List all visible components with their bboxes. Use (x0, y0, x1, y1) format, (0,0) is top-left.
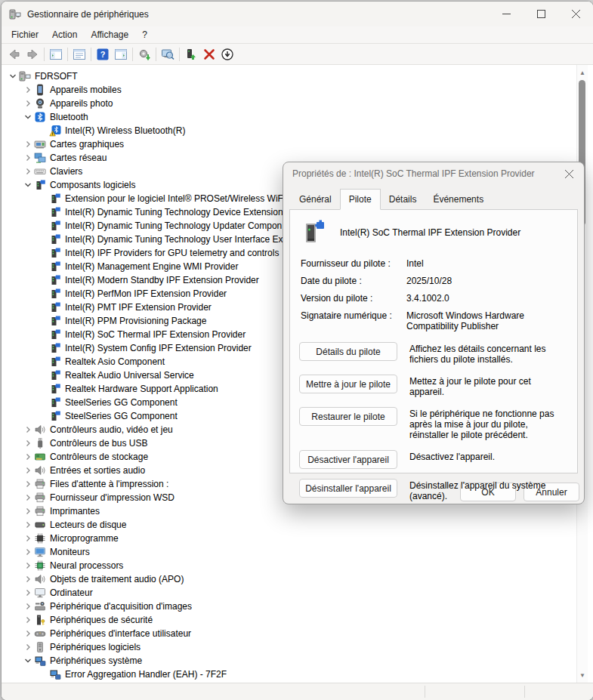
help-icon[interactable]: ? (94, 46, 112, 63)
forward-icon[interactable] (23, 46, 42, 63)
close-button[interactable] (558, 2, 593, 26)
component-icon (49, 383, 61, 395)
tree-row[interactable]: Moniteurs (2, 545, 593, 559)
tree-item-label: Périphériques de sécurité (50, 615, 153, 625)
chevron-right-icon[interactable] (22, 152, 34, 164)
bluetooth-warning-icon (49, 125, 61, 137)
désactiver-l-appareil-button[interactable]: Désactiver l'appareil (299, 450, 397, 469)
tree-row[interactable]: Objets de traitement audio (APO) (2, 572, 593, 586)
chevron-right-icon[interactable] (22, 84, 34, 96)
update-driver-icon[interactable] (135, 46, 153, 63)
chevron-right-icon[interactable] (22, 628, 34, 640)
scroll-up-icon[interactable]: ▲ (577, 66, 588, 79)
tree-row[interactable]: Périphériques de sécurité (2, 613, 593, 627)
tab-pilote[interactable]: Pilote (340, 189, 381, 210)
chevron-right-icon[interactable] (22, 532, 34, 544)
tree-item-label: Files d'attente à l'impression : (50, 479, 168, 489)
tree-row[interactable]: Périphérique d'acquisition d'images (2, 600, 593, 613)
menu-fichier[interactable]: Fichier (5, 27, 45, 42)
enable-device-icon[interactable] (182, 46, 200, 63)
tab-général[interactable]: Général (291, 190, 340, 209)
chevron-right-icon[interactable] (22, 600, 34, 612)
tree-row[interactable]: Error Aggregation Handler (EAH) - 7F2F (2, 668, 593, 681)
tab-détails[interactable]: Détails (381, 190, 425, 209)
chevron-right-icon[interactable] (22, 641, 34, 653)
minimize-button[interactable] (489, 2, 524, 26)
menu-action[interactable]: Action (45, 27, 84, 42)
component-icon (49, 342, 61, 354)
tree-row[interactable]: Intel(R) Wireless Bluetooth(R) (2, 124, 593, 137)
chevron-right-icon[interactable] (22, 464, 34, 476)
chevron-spacer (37, 193, 49, 205)
tab-événements[interactable]: Événements (425, 190, 492, 209)
chevron-right-icon[interactable] (22, 560, 34, 572)
menu-?[interactable]: ? (135, 27, 154, 42)
tree-item-label: Intel(R) PerfMon IPF Extension Provider (65, 288, 227, 299)
back-icon[interactable] (5, 46, 23, 63)
field-label: Signataire numérique : (301, 310, 406, 331)
chevron-down-icon[interactable] (22, 179, 34, 191)
chevron-right-icon[interactable] (22, 492, 34, 504)
tree-row[interactable]: Bluetooth (2, 110, 593, 124)
chevron-right-icon[interactable] (22, 165, 34, 177)
chevron-right-icon[interactable] (22, 424, 34, 436)
menu-bar: FichierActionAffichage? (2, 26, 593, 44)
component-icon (49, 288, 61, 300)
mettre-à-jour-le-pilote-button[interactable]: Mettre à jour le pilote (299, 375, 397, 393)
chevron-spacer (37, 410, 49, 422)
chevron-down-icon[interactable] (7, 70, 19, 82)
tree-row[interactable]: Appareils photo (2, 97, 593, 110)
chevron-right-icon[interactable] (22, 451, 34, 463)
tree-row[interactable]: Ordinateur (2, 586, 593, 600)
chevron-right-icon[interactable] (22, 546, 34, 558)
tree-row[interactable]: Périphériques logiciels (2, 640, 593, 654)
tree-item-label: Moniteurs (50, 547, 90, 557)
scan-hardware-icon[interactable] (159, 46, 177, 63)
scroll-down-icon[interactable]: ▼ (577, 669, 588, 681)
speaker-icon (34, 424, 46, 436)
tree-row[interactable]: Neural processors (2, 559, 593, 572)
chevron-right-icon[interactable] (22, 138, 34, 150)
chevron-right-icon[interactable] (22, 573, 34, 585)
désinstaller-l-appareil-button[interactable]: Désinstaller l'appareil (299, 479, 397, 498)
dialog-close-button[interactable] (554, 162, 584, 185)
tree-row[interactable]: FDRSOFT (2, 69, 593, 83)
tree-item-label: Intel(R) IPF Providers for GPU telemetry… (65, 248, 279, 258)
uninstall-icon[interactable] (200, 46, 218, 63)
chevron-spacer (37, 247, 49, 259)
disable-icon[interactable] (218, 46, 236, 63)
chevron-right-icon[interactable] (22, 614, 34, 626)
bluetooth-icon (34, 111, 46, 123)
action-pane-icon[interactable] (112, 46, 130, 63)
field-label: Date du pilote : (301, 276, 406, 286)
maximize-button[interactable] (524, 2, 558, 26)
tree-item-label: Cartes réseau (50, 153, 107, 163)
menu-affichage[interactable]: Affichage (84, 27, 135, 42)
tree-row[interactable]: Cartes graphiques (2, 137, 593, 151)
chevron-right-icon[interactable] (22, 97, 34, 109)
chevron-right-icon[interactable] (22, 478, 34, 490)
properties-icon[interactable] (70, 46, 88, 63)
driver-action-row: Restaurer le piloteSi le périphérique ne… (299, 407, 568, 440)
chevron-down-icon[interactable] (22, 655, 34, 667)
chevron-spacer (37, 342, 49, 354)
neural-icon (34, 560, 46, 572)
tree-item-label: Intel(R) PPM Provisioning Package (65, 316, 206, 326)
tree-item-label: Intel(R) Dynamic Tuning Technology Updat… (65, 220, 282, 231)
tree-row[interactable]: Imprimantes (2, 504, 593, 518)
tree-item-label: Contrôleurs de bus USB (50, 438, 147, 449)
chevron-right-icon[interactable] (22, 505, 34, 517)
chevron-right-icon[interactable] (22, 437, 34, 449)
chevron-down-icon[interactable] (22, 111, 34, 123)
restaurer-le-pilote-button[interactable]: Restaurer le pilote (299, 407, 397, 426)
console-tree-icon[interactable] (47, 46, 65, 63)
chevron-right-icon[interactable] (22, 519, 34, 531)
tree-row[interactable]: Périphériques d'interface utilisateur (2, 627, 593, 640)
tree-row[interactable]: Appareils mobiles (2, 83, 593, 97)
chevron-spacer (37, 301, 49, 313)
détails-du-pilote-button[interactable]: Détails du pilote (299, 342, 397, 361)
tree-row[interactable]: Microprogramme (2, 532, 593, 545)
chevron-right-icon[interactable] (22, 587, 34, 599)
tree-row[interactable]: Lecteurs de disque (2, 518, 593, 532)
tree-row[interactable]: Périphériques système (2, 654, 593, 668)
